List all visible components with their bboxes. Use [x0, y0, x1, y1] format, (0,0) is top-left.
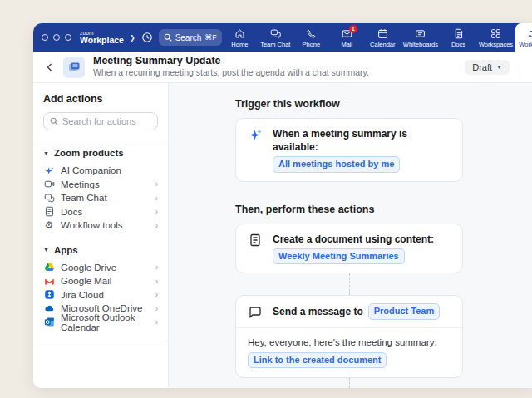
sidebar-divider	[33, 140, 168, 140]
send-message-card[interactable]: Send a message to Product Team Hey, ever…	[235, 295, 463, 378]
document-icon	[43, 206, 55, 217]
document-content-chip[interactable]: Weekly Meeting Summaries	[273, 248, 405, 264]
chevron-right-icon: ›	[155, 290, 158, 299]
chat-bubble-icon	[248, 305, 263, 319]
document-link-chip[interactable]: Link to the created document	[248, 352, 387, 368]
create-document-card[interactable]: Create a document using content: Weekly …	[235, 224, 463, 274]
google-drive-icon	[43, 262, 55, 273]
zoom-workplace-logo: zoom Workplace	[80, 31, 124, 45]
search-icon	[50, 117, 58, 125]
workspaces-icon	[490, 28, 501, 39]
window-controls[interactable]	[42, 34, 71, 41]
chevron-right-icon: ›	[155, 304, 158, 313]
document-icon	[248, 233, 263, 247]
workflow-header: Meeting Summary Update When a recurring …	[33, 52, 532, 83]
actions-search-placeholder: Search for actions	[62, 116, 136, 126]
ai-sparkle-icon	[43, 165, 55, 176]
sidebar-item-google-mail[interactable]: Google Mail ›	[43, 274, 158, 288]
chat-bubbles-icon	[43, 193, 55, 204]
trigger-heading: Trigger this workflow	[235, 98, 463, 110]
sidebar-item-ai-companion[interactable]: AI Companion	[43, 164, 158, 178]
chevron-right-icon: ›	[155, 263, 158, 272]
header-divider	[520, 61, 520, 74]
gmail-icon	[43, 276, 55, 287]
home-icon	[234, 28, 245, 39]
nav-item-docs[interactable]: Docs	[441, 23, 476, 52]
window-close-button[interactable]	[42, 34, 48, 41]
chevron-right-icon: ›	[155, 207, 158, 216]
send-message-label: Send a message to	[273, 305, 363, 318]
global-search-input[interactable]: Search ⌘F	[159, 29, 222, 46]
gear-icon: ⚙	[43, 220, 55, 230]
message-body: Hey, everyone, here's the meeting summar…	[236, 327, 462, 377]
nav-item-team-chat[interactable]: Team Chat	[258, 23, 293, 52]
search-shortcut: ⌘F	[204, 33, 217, 42]
whiteboard-icon	[415, 28, 426, 39]
workflow-title: Meeting Summary Update	[93, 55, 369, 68]
trigger-label: When a meeting summary is available:	[273, 127, 451, 154]
trigger-scope-chip[interactable]: All meetings hosted by me	[273, 156, 400, 172]
workflow-connector	[349, 273, 350, 295]
docs-icon	[453, 28, 464, 39]
sidebar-item-google-drive[interactable]: Google Drive ›	[43, 261, 158, 275]
chevron-right-icon[interactable]: ❯	[130, 34, 135, 42]
nav-item-mail[interactable]: 1 Mail	[329, 23, 365, 52]
workflow-title-block: Meeting Summary Update When a recurring …	[93, 55, 369, 79]
chevron-left-icon	[45, 62, 55, 72]
search-placeholder: Search	[175, 33, 202, 42]
trigger-card[interactable]: When a meeting summary is available: All…	[235, 118, 463, 182]
status-badge: Draft	[472, 62, 492, 72]
back-button[interactable]	[45, 62, 55, 72]
top-navigation-bar: zoom Workplace ❯ Search ⌘F Home Team Cha…	[33, 23, 532, 52]
window-zoom-button[interactable]	[65, 34, 71, 41]
chevron-right-icon: ›	[155, 277, 158, 286]
nav-item-workflows-active[interactable]: Workflows	[515, 23, 532, 52]
onedrive-icon	[43, 303, 55, 314]
section-header-apps[interactable]: ▼ Apps	[43, 245, 158, 255]
sidebar-item-workflow-tools[interactable]: ⚙ Workflow tools ›	[43, 219, 158, 233]
app-window: zoom Workplace ❯ Search ⌘F Home Team Cha…	[33, 23, 532, 388]
workflow-canvas: Trigger this workflow When a meeting sum…	[169, 83, 532, 388]
workflow-subtitle: When a recurring meeting starts, post th…	[93, 67, 369, 79]
nav-item-workspaces[interactable]: Workspaces	[476, 23, 515, 52]
actions-search-input[interactable]: Search for actions	[43, 112, 158, 130]
sidebar-item-team-chat[interactable]: Team Chat ›	[43, 191, 158, 205]
add-actions-sidebar: Add actions Search for actions ▼ Zoom pr…	[33, 83, 169, 388]
actions-heading: Then, perform these actions	[235, 204, 463, 215]
sidebar-item-docs[interactable]: Docs ›	[43, 205, 158, 219]
section-header-zoom-products[interactable]: ▼ Zoom products	[43, 148, 158, 158]
workflow-icon-thumbnail	[63, 57, 85, 78]
window-minimize-button[interactable]	[53, 34, 60, 41]
history-clock-icon[interactable]	[141, 32, 153, 43]
sidebar-item-meetings[interactable]: Meetings ›	[43, 178, 158, 192]
nav-item-phone[interactable]: Phone	[293, 23, 329, 52]
chevron-down-icon: ▼	[496, 64, 502, 70]
chat-bubbles-icon	[270, 28, 281, 39]
chevron-right-icon: ›	[155, 317, 158, 327]
message-recipient-chip[interactable]: Product Team	[368, 303, 441, 319]
message-body-text: Hey, everyone, here's the meeting summar…	[248, 336, 451, 349]
chevron-right-icon: ›	[155, 221, 158, 230]
ai-sparkle-icon	[248, 127, 263, 142]
sidebar-item-jira-cloud[interactable]: Jira Cloud ›	[43, 288, 158, 302]
search-icon	[164, 33, 172, 42]
jira-icon	[43, 289, 55, 300]
chevron-right-icon: ›	[155, 194, 158, 203]
sidebar-title: Add actions	[43, 93, 158, 105]
chevron-right-icon: ›	[155, 179, 158, 189]
caret-down-icon: ▼	[43, 150, 49, 156]
sidebar-divider	[33, 341, 168, 341]
phone-icon	[306, 28, 317, 39]
video-camera-icon	[43, 179, 55, 189]
main-nav: Home Team Chat Phone 1 Mail Calendar	[222, 23, 532, 52]
status-dropdown[interactable]: Draft ▼	[465, 60, 510, 75]
sidebar-item-microsoft-outlook-calendar[interactable]: Microsoft Outlook Calendar ›	[43, 316, 158, 330]
calendar-icon	[377, 28, 388, 39]
outlook-icon	[43, 317, 55, 327]
nav-item-home[interactable]: Home	[222, 23, 258, 52]
caret-down-icon: ▼	[43, 247, 49, 253]
logo-workplace-text: Workplace	[80, 36, 124, 45]
nav-item-whiteboards[interactable]: Whiteboards	[401, 23, 441, 52]
nav-item-calendar[interactable]: Calendar	[365, 23, 401, 52]
create-document-label: Create a document using content:	[273, 233, 434, 246]
